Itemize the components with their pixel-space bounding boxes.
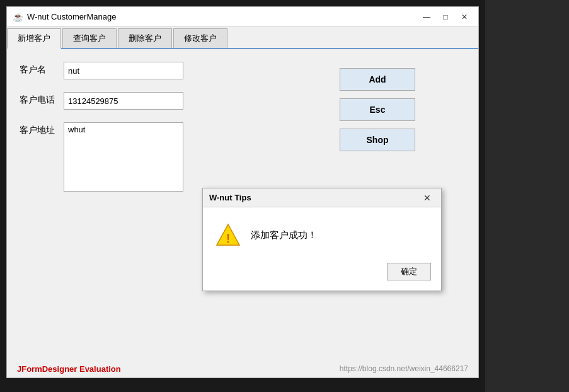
warning-icon: ! xyxy=(216,222,241,248)
side-panel xyxy=(485,0,569,392)
name-input[interactable] xyxy=(64,62,183,79)
add-button[interactable]: Add xyxy=(340,68,415,91)
tab-query[interactable]: 查询客户 xyxy=(62,28,117,48)
window-title: W-nut CustomerManage xyxy=(27,12,418,21)
phone-label: 客户电话 xyxy=(20,92,64,106)
dialog-body: ! 添加客户成功！ xyxy=(203,207,441,258)
dialog-message: 添加客户成功！ xyxy=(251,229,317,241)
dialog-titlebar: W-nut Tips ✕ xyxy=(203,188,441,207)
footer-evaluation-text: JFormDesigner Evaluation xyxy=(17,364,121,374)
maximize-button[interactable]: □ xyxy=(437,10,454,24)
content-area: 客户名 客户电话 客户地址 whut Add Esc Shop W-nut Ti… xyxy=(7,49,478,360)
tab-add[interactable]: 新增客户 xyxy=(7,28,61,49)
svg-text:!: ! xyxy=(226,231,231,245)
button-group: Add Esc Shop xyxy=(340,68,415,151)
tab-modify[interactable]: 修改客户 xyxy=(173,28,227,48)
tab-delete[interactable]: 删除客户 xyxy=(118,28,172,48)
title-bar: ☕ W-nut CustomerManage — □ ✕ xyxy=(7,7,478,27)
dialog-box: W-nut Tips ✕ ! 添加客户成功！ 确定 xyxy=(202,188,442,291)
app-icon: ☕ xyxy=(12,11,23,23)
address-input[interactable]: whut xyxy=(64,122,183,192)
dialog-close-button[interactable]: ✕ xyxy=(420,192,435,204)
name-label: 客户名 xyxy=(20,62,64,76)
footer: JFormDesigner Evaluation https://blog.cs… xyxy=(7,360,478,378)
dialog-title: W-nut Tips xyxy=(209,193,420,202)
dialog-ok-button[interactable]: 确定 xyxy=(387,263,431,280)
dialog-footer: 确定 xyxy=(203,258,441,291)
footer-url: https://blog.csdn.net/weixin_44666217 xyxy=(340,364,468,373)
phone-input[interactable] xyxy=(64,92,183,110)
app-window: ☕ W-nut CustomerManage — □ ✕ 新增客户 查询客户 删… xyxy=(6,6,479,378)
close-button[interactable]: ✕ xyxy=(456,10,473,24)
tab-bar: 新增客户 查询客户 删除客户 修改客户 xyxy=(7,27,478,49)
address-label: 客户地址 xyxy=(20,122,64,136)
window-controls: — □ ✕ xyxy=(418,10,473,24)
esc-button[interactable]: Esc xyxy=(340,98,415,121)
shop-button[interactable]: Shop xyxy=(340,129,415,151)
minimize-button[interactable]: — xyxy=(418,10,435,24)
